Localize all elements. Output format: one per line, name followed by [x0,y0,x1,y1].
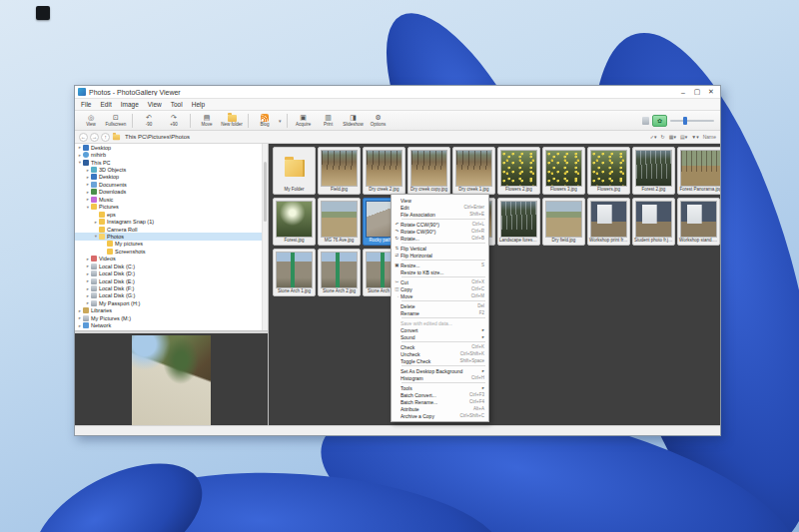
blog-dropdown-caret[interactable]: ▾ [279,118,282,124]
context-menu-item-copy[interactable]: ◫CopyCtrl+C [392,285,488,292]
context-menu-item-view[interactable]: View [392,197,488,204]
context-menu-item-resize[interactable]: ▣Resize...S [392,262,488,268]
tree-item-control-panel[interactable]: ▸Control Panel [75,329,268,330]
tree-item-screenshots[interactable]: Screenshots [75,248,268,255]
toolbar-options-button[interactable]: ⚙Options [367,112,391,130]
toolbar-acquire-button[interactable]: ▣Acquire [292,112,316,130]
tree-item-my-passport-h[interactable]: ▸My Passport (H:) [75,299,268,306]
tree-item-local-disk-g[interactable]: ▸Local Disk (G:) [75,292,268,299]
thumbnail-flowers-3-jpg[interactable]: Flowers 3.jpg [542,147,585,195]
thumbnail-field-jpg[interactable]: Field.jpg [318,147,361,195]
context-menu-item-uncheck[interactable]: UncheckCtrl+Shift+K [392,350,488,357]
thumbnail-flowers-jpg[interactable]: Flowers.jpg [587,147,630,195]
menu-help[interactable]: Help [192,101,205,108]
toolbar-print-button[interactable]: ▥Print [317,112,341,130]
tree-item-this-pc[interactable]: ▾This PC [75,159,268,166]
menu-tool[interactable]: Tool [171,101,183,108]
color-profile-icon[interactable] [642,117,649,125]
close-button[interactable]: ✕ [704,87,718,98]
tree-item-mihirb[interactable]: ▸mihirb [75,151,268,158]
filter-dropdown[interactable]: ▼▾ [690,134,699,140]
tree-item-my-pictures[interactable]: My pictures [75,241,268,248]
forward-button[interactable]: → [90,133,99,142]
context-menu-item-rotate-cw-90[interactable]: ↷Rotate CW(90°)Ctrl+R [392,228,488,235]
thumbnail-flowers-2-jpg[interactable]: Flowers 2.jpg [497,147,540,195]
tree-item-desktop[interactable]: ▸Desktop [75,144,268,151]
tree-item-local-disk-f[interactable]: ▸Local Disk (F:) [75,284,268,291]
tree-item-my-pictures-m[interactable]: ▸My Pictures (M:) [75,314,268,321]
context-menu-item-attribute[interactable]: AttributeAlt+A [392,405,488,412]
context-menu-item-flip-horizontal[interactable]: ⇄Flip Horizontal [392,252,488,259]
tree-item-instagram-snap-1[interactable]: ▸Instagram Snap (1) [75,218,268,225]
context-menu-item-histogram[interactable]: HistogramCtrl+H [392,374,488,381]
thumbnail-my-folder[interactable]: My Folder [273,147,316,195]
context-menu-item-toggle-check[interactable]: Toggle CheckShift+Space [392,357,488,364]
titlebar[interactable]: Photos - PhotoGallery Viewer – ▢ ✕ [75,86,720,99]
tree-item-music[interactable]: ▸Music [75,196,268,203]
tree-item-local-disk-d[interactable]: ▸Local Disk (D:) [75,269,268,276]
tree-item-local-disk-c[interactable]: ▸Local Disk (C:) [75,263,268,269]
toolbar-new-folder-button[interactable]: New folder [220,112,244,130]
context-menu-item-resize-to-kb-size[interactable]: Resize to KB size... [392,268,488,275]
context-menu-item-batch-convert[interactable]: Batch Convert...Ctrl+F3 [392,391,488,398]
thumbnail-landscape-forest-1-jpg[interactable]: Landscape forest 1.jpg [497,198,540,246]
tree-item-local-disk-e[interactable]: ▸Local Disk (E:) [75,277,268,284]
context-menu-item-rotate[interactable]: ↻Rotate...Ctrl+B [392,235,488,242]
context-menu-item-tools[interactable]: Tools▸ [392,384,488,391]
tree-item-downloads[interactable]: ▸Downloads [75,189,268,196]
tree-item-documents[interactable]: ▸Documents [75,181,268,188]
up-button[interactable]: ↑ [101,133,110,142]
toolbar-move-button[interactable]: ▤Move [195,112,219,130]
context-menu-item-convert[interactable]: Convert▸ [392,326,488,333]
tree-item-videos[interactable]: ▸Videos [75,256,268,263]
view-mode-dropdown[interactable]: ▦▾ [668,134,677,140]
zoom-slider-handle[interactable] [683,117,687,125]
tree-item-eps[interactable]: eps [75,211,268,218]
preview-image[interactable] [132,335,211,425]
context-menu-item-move[interactable]: →MoveCtrl+M [392,292,488,299]
menu-file[interactable]: File [81,101,91,108]
thumb-size-dropdown[interactable]: ▤▾ [679,134,688,140]
thumbnail-mg-76-ave-jpg[interactable]: MG 76 Ave.jpg [318,198,361,246]
context-menu-item-flip-vertical[interactable]: ⇅Flip Vertical [392,245,488,252]
toolbar-90-button[interactable]: ↶-90 [137,112,161,130]
context-menu-item-delete[interactable]: DeleteDel [392,302,488,309]
thumbnail-student-photo-fr-jpg[interactable]: Student photo fr.jpg [632,198,675,246]
toolbar-slideshow-button[interactable]: ◨Slideshow [342,112,366,130]
context-menu-item-rename[interactable]: RenameF2 [392,309,488,316]
toolbar-view-button[interactable]: ◎View [79,112,103,130]
maximize-button[interactable]: ▢ [690,87,704,98]
tree-item-photos[interactable]: ▾Photos [75,233,268,240]
thumbnail-forest-jpg[interactable]: Forest.jpg [273,198,316,246]
context-menu-item-check[interactable]: CheckCtrl+K [392,343,488,350]
tree-item-pictures[interactable]: ▾Pictures [75,204,268,211]
check-dropdown[interactable]: ✓▾ [649,134,658,140]
context-menu-item-file-association[interactable]: File AssociationShift+E [392,211,488,218]
thumbnail-forest-2-jpg[interactable]: Forest 2.jpg [632,147,675,195]
context-menu-item-edit[interactable]: EditCtrl+Enter [392,204,488,211]
menu-image[interactable]: Image [121,101,139,108]
context-menu-item-sound[interactable]: Sound▸ [392,333,488,340]
thumbnail-dry-creek-2-jpg[interactable]: Dry creek 2.jpg [363,147,405,195]
toolbar-fullscreen-button[interactable]: ⊡Fullscreen [104,112,128,130]
thumbnail-stone-arch-1-jpg[interactable]: Stone Arch 1.jpg [273,249,316,296]
tree-scrollbar[interactable] [262,144,268,330]
toolbar-blog-button[interactable]: Blog [253,112,277,130]
zoom-slider[interactable] [670,120,714,122]
desktop-shortcut-icon[interactable] [36,6,50,20]
context-menu-item-archive-a-copy[interactable]: Archive a CopyCtrl+Shift+C [392,412,488,419]
address-path[interactable]: This PC\Pictures\Photos [125,134,647,140]
tree-item-desktop[interactable]: ▸Desktop [75,174,268,181]
toolbar-90-button[interactable]: ↷+90 [162,112,186,130]
thumbnail-stone-arch-2-jpg[interactable]: Stone Arch 2.jpg [318,249,361,296]
refresh[interactable]: ↻ [660,134,666,140]
thumbnail-forest-panorama-jpg[interactable]: Forest Panorama.jpg [677,147,720,195]
context-menu-item-set-as-desktop-background[interactable]: Set As Desktop Background▸ [392,367,488,374]
back-button[interactable]: ← [79,133,88,142]
thumbnail-workshop-stand-jpg[interactable]: Workshop stand.jpg [677,198,720,246]
context-menu-item-batch-rename[interactable]: Batch Rename...Ctrl+F4 [392,398,488,405]
minimize-button[interactable]: – [676,87,690,98]
context-menu-item-rotate-ccw-90[interactable]: ↶Rotate CCW(90°)Ctrl+L [392,221,488,228]
thumbnail-dry-creek-copy-jpg[interactable]: Dry creek copy.jpg [407,147,450,195]
tree-item-camera-roll[interactable]: Camera Roll [75,226,268,233]
